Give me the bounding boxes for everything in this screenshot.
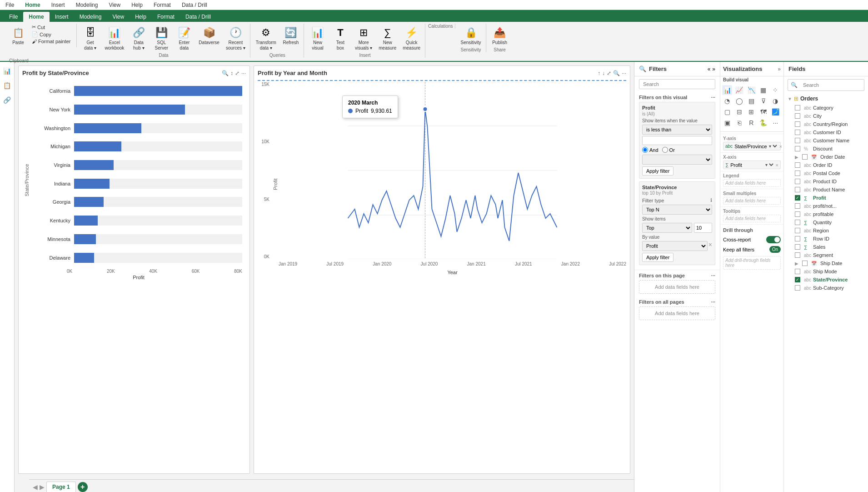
- viz-card[interactable]: ▢: [722, 107, 732, 117]
- bar-chart-more-icon[interactable]: ···: [241, 70, 246, 76]
- order-date-expand-icon[interactable]: ▶: [795, 155, 798, 160]
- viz-ribbon[interactable]: ⎗: [734, 118, 744, 128]
- customer-id-checkbox[interactable]: [795, 130, 800, 135]
- product-id-checkbox[interactable]: [795, 179, 800, 184]
- ribbon-tab-format[interactable]: Format: [152, 12, 180, 22]
- viz-r-script[interactable]: R: [746, 118, 756, 128]
- viz-waterfall[interactable]: ▣: [722, 118, 732, 128]
- add-page-button[interactable]: +: [78, 482, 88, 492]
- field-product-name[interactable]: abc Product Name: [784, 186, 868, 194]
- viz-scatter[interactable]: ⁘: [770, 85, 780, 95]
- sql-server-button[interactable]: 💾 SQLServer: [150, 24, 172, 53]
- more-visuals-button[interactable]: ⊞ Morevisuals ▾: [352, 24, 375, 53]
- viz-donut[interactable]: ◯: [734, 96, 744, 106]
- line-chart-expand-icon[interactable]: ⤢: [607, 70, 611, 76]
- field-city[interactable]: abc City: [784, 112, 868, 120]
- show-direction-select[interactable]: Top Bottom: [642, 223, 692, 233]
- menu-file[interactable]: File: [4, 1, 16, 9]
- state-province-checkbox[interactable]: ✓: [795, 277, 800, 282]
- field-postal-code[interactable]: abc Postal Code: [784, 169, 868, 177]
- ship-date-expand-icon[interactable]: ▶: [795, 261, 798, 266]
- tooltips-empty[interactable]: Add data fields here: [723, 215, 781, 222]
- field-ship-mode[interactable]: abc Ship Mode: [784, 267, 868, 276]
- order-date-checkbox[interactable]: [802, 154, 808, 160]
- segment-checkbox[interactable]: [795, 252, 800, 258]
- menu-insert[interactable]: Insert: [50, 1, 67, 9]
- viz-table[interactable]: ⊟: [734, 107, 744, 117]
- show-count-input[interactable]: [694, 223, 712, 233]
- ship-date-checkbox[interactable]: [802, 261, 808, 266]
- x-axis-field-select[interactable]: ▾: [763, 162, 775, 168]
- viz-grouped-bar[interactable]: ▦: [758, 85, 768, 95]
- ribbon-tab-insert[interactable]: Insert: [50, 12, 74, 22]
- order-id-checkbox[interactable]: [795, 162, 800, 168]
- profitable-checkbox[interactable]: [795, 211, 800, 217]
- viz-gauge[interactable]: ◑: [770, 96, 780, 106]
- nav-report-icon[interactable]: 📊: [2, 65, 13, 76]
- viz-expand-icon[interactable]: »: [778, 66, 781, 72]
- field-sub-category[interactable]: abc Sub-Category: [784, 284, 868, 292]
- line-chart-up-icon[interactable]: ↑: [598, 70, 600, 76]
- field-segment[interactable]: abc Segment: [784, 251, 868, 259]
- ribbon-tab-view[interactable]: View: [107, 12, 130, 22]
- fields-search-input[interactable]: [799, 80, 861, 90]
- field-sales[interactable]: ∑ Sales: [784, 243, 868, 251]
- row-id-checkbox[interactable]: [795, 236, 800, 241]
- orders-group-header[interactable]: ▼ ⊞ Orders: [784, 94, 868, 104]
- page-tab-1[interactable]: Page 1: [46, 482, 76, 492]
- profit-not-checkbox[interactable]: [795, 203, 800, 209]
- line-chart-filter-icon[interactable]: 🔍: [613, 70, 620, 76]
- category-checkbox[interactable]: [795, 105, 800, 110]
- menu-modeling[interactable]: Modeling: [74, 1, 100, 9]
- format-painter-button[interactable]: 🖌 Format painter: [30, 38, 73, 45]
- menu-format[interactable]: Format: [152, 1, 173, 9]
- profit-condition-select[interactable]: is less than: [642, 125, 712, 135]
- profit-second-condition-select[interactable]: [642, 155, 712, 165]
- filters-on-visual-more[interactable]: ···: [711, 95, 715, 100]
- customer-name-checkbox[interactable]: [795, 138, 800, 143]
- y-axis-field-select[interactable]: ▾: [767, 143, 778, 149]
- menu-help[interactable]: Help: [130, 1, 145, 9]
- x-axis-remove-btn[interactable]: ×: [776, 162, 778, 168]
- field-region[interactable]: abc Region: [784, 226, 868, 235]
- y-axis-remove-btn[interactable]: ×: [779, 144, 782, 149]
- cut-button[interactable]: ✂ Cut: [30, 24, 73, 30]
- ribbon-tab-modeling[interactable]: Modeling: [74, 12, 107, 22]
- city-checkbox[interactable]: [795, 113, 800, 119]
- nav-model-icon[interactable]: 🔗: [2, 95, 13, 105]
- field-customer-id[interactable]: abc Customer ID: [784, 128, 868, 136]
- get-data-button[interactable]: 🗄 Getdata ▾: [80, 24, 101, 53]
- refresh-button[interactable]: 🔄 Refresh: [280, 24, 302, 53]
- field-discount[interactable]: % Discount: [784, 145, 868, 153]
- bar-chart-expand-icon[interactable]: ⤢: [235, 70, 239, 76]
- quantity-checkbox[interactable]: [795, 220, 800, 225]
- viz-map[interactable]: 🗺: [758, 107, 768, 117]
- country-checkbox[interactable]: [795, 121, 800, 127]
- paste-button[interactable]: 📋 Paste: [7, 24, 29, 47]
- viz-matrix[interactable]: ⊞: [746, 107, 756, 117]
- state-apply-filter-btn[interactable]: Apply filter: [642, 253, 673, 262]
- filters-search-input[interactable]: [639, 79, 715, 89]
- quick-measure-button[interactable]: ⚡ Quickmeasure: [400, 24, 423, 53]
- filters-collapse-icon[interactable]: «: [708, 66, 711, 72]
- bar-chart-visual[interactable]: Profit by State/Province 🔍 ↕ ⤢ ··· State…: [18, 65, 250, 474]
- sub-category-checkbox[interactable]: [795, 285, 800, 291]
- field-quantity[interactable]: ∑ Quantity: [784, 218, 868, 226]
- text-box-button[interactable]: T Textbox: [329, 24, 351, 53]
- drill-add-fields[interactable]: Add drill-through fields here: [723, 256, 781, 270]
- viz-area[interactable]: 📉: [746, 85, 756, 95]
- profit-apply-filter-btn[interactable]: Apply filter: [642, 166, 673, 176]
- copy-button[interactable]: 📄 Copy: [30, 31, 73, 38]
- viz-more[interactable]: ···: [770, 118, 780, 128]
- add-fields-page-box[interactable]: Add data fields here: [639, 280, 715, 294]
- viz-shape-map[interactable]: 🗾: [770, 107, 780, 117]
- filters-on-page-more[interactable]: ···: [711, 273, 715, 278]
- field-profit-not[interactable]: abc profit/not...: [784, 202, 868, 210]
- ribbon-tab-file[interactable]: File: [4, 12, 23, 22]
- by-value-select[interactable]: Profit: [642, 241, 708, 251]
- field-profit[interactable]: ✓ ∑ Profit: [784, 194, 868, 202]
- and-radio[interactable]: [642, 147, 648, 153]
- small-multiples-empty[interactable]: Add data fields here: [723, 197, 781, 205]
- line-chart-visual[interactable]: Profit by Year and Month ↑ ↓ ⤢ 🔍 ···: [254, 65, 630, 474]
- viz-pie[interactable]: ◔: [722, 96, 732, 106]
